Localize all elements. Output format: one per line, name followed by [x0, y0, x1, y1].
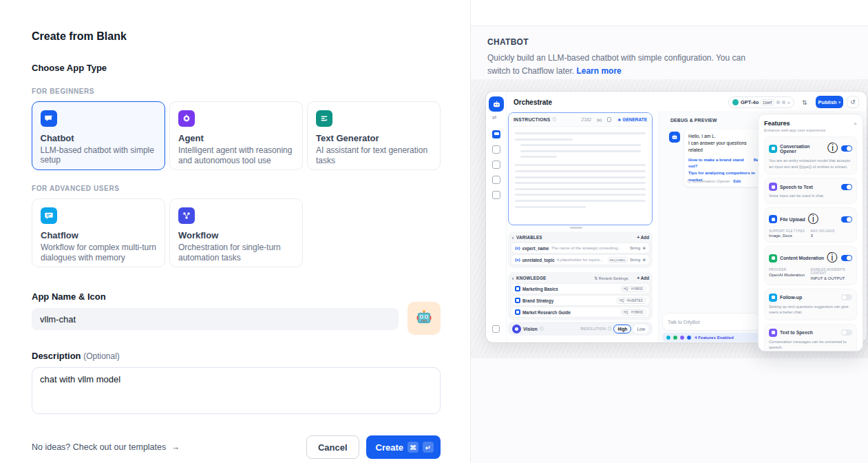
preview-nav-icon	[492, 191, 500, 199]
feature-dot-icon	[666, 335, 671, 340]
feature-desc: Setting up next questions suggestion can…	[769, 304, 852, 316]
feature-item-file-upload: File Upload ⓘ SUPPORT FILE TYPES Image, …	[764, 207, 857, 243]
robot-emoji-icon	[415, 309, 433, 327]
app-name-input[interactable]	[32, 308, 399, 330]
feature-dot-icon	[673, 335, 678, 340]
file-upload-icon	[769, 215, 777, 223]
app-type-card-chatbot[interactable]: Chatbot LLM-based chatbot with simple se…	[32, 101, 165, 170]
app-type-name: Chatflow	[41, 230, 156, 240]
cmd-key-icon: ⌘	[407, 442, 419, 453]
chatbot-icon	[41, 110, 57, 127]
opener-label: Conversation Opener	[692, 179, 730, 183]
page-title: Create from Blank	[32, 30, 441, 43]
variable-icon: {x}	[515, 246, 520, 250]
add-variable-button: + Add	[637, 235, 649, 240]
copy-icon	[607, 117, 611, 122]
dataset-icon	[515, 298, 520, 303]
app-icon-picker[interactable]	[407, 302, 441, 335]
rerank-label: Rerank Settings	[599, 276, 628, 280]
variable-type: String	[630, 258, 640, 262]
feature-toggle	[841, 184, 852, 190]
app-type-desc: Orchestration for single-turn automation…	[178, 243, 294, 263]
knowledge-row: Marketing Basics HQ · HYBRID	[511, 284, 649, 294]
feature-name: Content Moderation	[780, 256, 824, 260]
settings-icon	[782, 101, 785, 104]
app-type-preview-panel: CHATBOT Quickly build an LLM-based chatb…	[470, 0, 868, 463]
chevron-down-icon: ∨	[787, 100, 790, 105]
advanced-app-type-cards: Chatflow Workflow for complex multi-turn…	[32, 198, 441, 267]
speech-to-text-icon	[769, 183, 777, 191]
knowledge-tag: HQ · INVERTED	[617, 298, 646, 304]
feature-field-value: 3	[811, 234, 853, 238]
feature-field-value: INPUT & OUTPUT	[811, 276, 853, 280]
edit-link: Edit	[733, 179, 741, 183]
dataset-icon	[515, 286, 520, 291]
variable-desc: The name of the strategic consulting...	[551, 246, 628, 250]
workflow-icon	[178, 207, 195, 224]
required-badge: REQUIRED	[608, 257, 628, 263]
orchestrate-title: Orchestrate	[514, 99, 552, 106]
learn-more-link[interactable]: Learn more	[576, 66, 621, 76]
preview-nav-orchestrate-icon	[492, 130, 500, 138]
preview-hatched-background: ⇄ Orchestrate GPT-4o CHAT ∨ ⇅ Publish	[471, 79, 868, 358]
for-advanced-label: FOR ADVANCED USERS	[32, 185, 441, 192]
feature-item-speech-to-text: Speech to Text Voice input can be used i…	[764, 178, 857, 204]
app-type-card-agent[interactable]: Agent Intelligent agent with reasoning a…	[169, 101, 303, 170]
app-type-desc: Intelligent agent with reasoning and aut…	[178, 145, 294, 165]
feature-toggle	[841, 145, 852, 152]
dify-robot-logo-icon	[489, 96, 504, 112]
greeting-line: Hello, I am L.	[688, 133, 761, 140]
feature-name: File Upload	[780, 217, 805, 222]
description-textarea[interactable]: chat with vllm model	[32, 367, 441, 414]
feature-toggle	[841, 294, 852, 300]
knowledge-row: Market Research Guide HQ · HYBRID	[511, 307, 649, 317]
app-type-desc: Workflow for complex multi-turn dialogue…	[41, 243, 156, 263]
features-panel: Features × Enhance web-app user experien…	[758, 114, 863, 351]
variable-row: {x} expert_name The name of the strategi…	[511, 243, 649, 253]
app-type-name: Agent	[178, 133, 294, 143]
variables-panel: ∨ VARIABLES + Add {x} expert_name The na…	[508, 232, 653, 268]
instructions-panel: INSTRUCTIONS ⓘ 2182 {x} ∗ GENERATE	[508, 112, 653, 225]
feature-field-value: Image, Docs	[769, 234, 811, 238]
create-button[interactable]: Create ⌘ ↵	[366, 435, 441, 459]
follow-up-icon	[769, 294, 777, 302]
app-type-desc: LLM-based chatbot with simple setup	[41, 145, 157, 165]
info-icon: ⓘ	[808, 212, 819, 227]
chat-input: Talk to DifyBot	[663, 313, 759, 330]
features-subtitle: Enhance web-app user experience	[764, 128, 857, 132]
app-name-label: App Name & Icon	[32, 291, 441, 302]
description-optional-text: (Optional)	[83, 351, 120, 361]
instructions-placeholder-text	[509, 127, 652, 217]
chatflow-icon	[41, 207, 57, 224]
rerank-icon: ⇅	[594, 276, 597, 280]
preview-sidebar: ⇄	[486, 92, 507, 342]
feature-item-text-to-speech: Text to Speech Conversation messages can…	[764, 324, 857, 351]
app-type-card-text-generator[interactable]: Text Generator AI assistant for text gen…	[307, 101, 441, 170]
knowledge-title: KNOWLEDGE	[516, 276, 546, 280]
features-enabled-count: 4 Features Enabled	[695, 335, 734, 340]
chevron-down-icon: ∨	[838, 100, 841, 104]
app-type-card-chatflow[interactable]: Chatflow Workflow for complex multi-turn…	[32, 198, 165, 267]
variable-row: {x} unrelated_topic A placeholder for to…	[511, 255, 649, 265]
feature-item-conversation-opener: Conversation Opener ⓘ You are an entity …	[764, 136, 857, 174]
beginner-app-type-cards: Chatbot LLM-based chatbot with simple se…	[32, 101, 441, 170]
feature-desc: Conversation messages can be converted t…	[769, 339, 852, 351]
info-icon: ⓘ	[608, 327, 612, 331]
preview-nav-icon	[492, 145, 500, 154]
cancel-button[interactable]: Cancel	[306, 435, 359, 459]
preview-heading: CHATBOT	[487, 37, 851, 47]
templates-link[interactable]: No ideas? Check out our templates →	[32, 442, 180, 452]
app-type-name: Workflow	[178, 230, 294, 240]
info-icon: ⓘ	[827, 251, 838, 265]
conversation-opener-note: ⓘ Conversation Opener Edit	[687, 178, 741, 185]
choose-app-type-label: Choose App Type	[32, 63, 441, 73]
create-button-label: Create	[376, 442, 403, 453]
feature-dot-icon	[686, 335, 692, 340]
agent-icon	[178, 110, 195, 127]
knowledge-name: Market Research Guide	[522, 310, 571, 315]
features-enabled-bar: 4 Features Enabled	[663, 333, 759, 342]
preview-nav-icon	[492, 161, 500, 169]
bot-avatar	[669, 132, 680, 143]
feature-toggle	[841, 329, 852, 336]
app-type-card-workflow[interactable]: Workflow Orchestration for single-turn a…	[169, 198, 303, 267]
